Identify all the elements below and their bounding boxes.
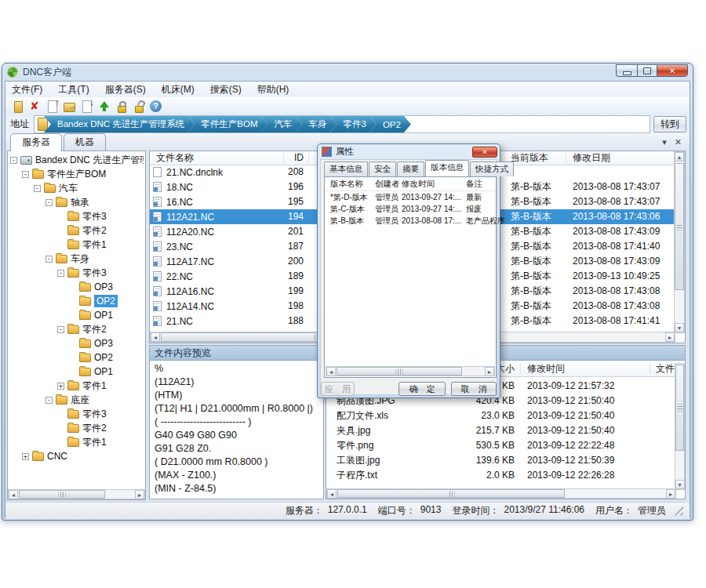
menu-item[interactable]: 服务器(S) bbox=[105, 83, 146, 96]
upload-icon[interactable] bbox=[96, 99, 112, 114]
tree-expander-icon[interactable]: + bbox=[57, 383, 64, 390]
scroll-left-icon[interactable]: ◂ bbox=[9, 490, 18, 499]
tree-expander-icon[interactable]: + bbox=[22, 453, 29, 460]
tree-node[interactable]: + CNC bbox=[8, 449, 144, 463]
tree-node[interactable]: OP3 bbox=[8, 336, 144, 350]
tree-node[interactable]: - Bandex DNC 先进生产管理系统 bbox=[8, 153, 144, 167]
tree-expander-icon[interactable] bbox=[69, 298, 76, 305]
go-button[interactable]: 转到 bbox=[653, 116, 686, 132]
dialog-tab-version-info[interactable]: 版本信息 bbox=[425, 160, 469, 176]
tree-node[interactable]: OP1 bbox=[8, 365, 144, 379]
file-list-vertical-scrollbar[interactable]: ▴ ▾ bbox=[674, 151, 685, 333]
menu-item[interactable]: 搜索(S) bbox=[210, 83, 242, 96]
tree-node[interactable]: 零件1 bbox=[8, 435, 144, 449]
tab-machine[interactable]: 机器 bbox=[64, 133, 106, 151]
column-modified-time[interactable]: 修改时间 bbox=[402, 179, 435, 190]
attachments-vertical-scrollbar[interactable]: ▾ bbox=[675, 363, 685, 490]
第-C-版本[interactable]: 第-C-版本 管理员 2013-09-27 14:... 报废 bbox=[325, 203, 496, 215]
scroll-right-icon[interactable]: ▸ bbox=[485, 367, 494, 376]
tree-node[interactable]: OP2 bbox=[8, 350, 144, 365]
column-modified-time[interactable]: 修改时间 bbox=[527, 362, 565, 375]
scroll-down-icon[interactable]: ▾ bbox=[675, 323, 684, 332]
tree-node[interactable]: - 零件2 bbox=[8, 322, 144, 336]
column-modified-date[interactable]: 修改日期 bbox=[573, 152, 610, 164]
tree-expander-icon[interactable]: - bbox=[34, 185, 41, 192]
scroll-right-icon[interactable]: ▸ bbox=[665, 332, 675, 342]
tree-expander-icon[interactable]: - bbox=[45, 256, 53, 263]
tree-node[interactable]: OP3 bbox=[8, 280, 144, 294]
dialog-title-bar[interactable]: 属性 ✕ bbox=[318, 144, 500, 159]
close-button[interactable]: ✕ bbox=[657, 64, 688, 77]
unlock-icon[interactable] bbox=[131, 99, 147, 114]
attachments-horizontal-scrollbar[interactable]: ◂ ▸ bbox=[326, 488, 676, 499]
menu-item[interactable]: 工具(T) bbox=[58, 83, 89, 96]
tree-expander-icon[interactable] bbox=[57, 425, 64, 432]
dialog-tab-shortcut[interactable]: 快捷方式 bbox=[470, 162, 514, 176]
tree-expander-icon[interactable]: - bbox=[45, 397, 53, 404]
tree-expander-icon[interactable]: - bbox=[57, 270, 64, 277]
tree-node[interactable]: - 汽车 bbox=[8, 181, 144, 195]
零件.png[interactable]: 零件.png 530.5 KB 2013-09-12 22:22:48 bbox=[326, 438, 675, 453]
scroll-right-icon[interactable]: ▸ bbox=[135, 490, 144, 499]
tree-expander-icon[interactable] bbox=[69, 284, 76, 291]
menu-item[interactable]: 文件(F) bbox=[12, 83, 42, 96]
column-note[interactable]: 备注 bbox=[466, 179, 482, 190]
dialog-tab-security[interactable]: 安全 bbox=[369, 162, 396, 176]
tree-expander-icon[interactable] bbox=[69, 312, 76, 319]
tree-node[interactable]: 零件2 bbox=[8, 223, 144, 238]
dialog-tab-summary[interactable]: 摘要 bbox=[397, 162, 424, 176]
send-folder-icon[interactable] bbox=[62, 99, 78, 114]
maximize-button[interactable] bbox=[637, 64, 657, 77]
tree-node[interactable]: - 零件生产BOM bbox=[8, 167, 144, 181]
help-icon[interactable] bbox=[148, 99, 164, 114]
tree-node[interactable]: - 底座 bbox=[8, 393, 144, 407]
breadcrumb-segment[interactable]: Bandex DNC 先进生产管理系统 bbox=[44, 116, 195, 132]
lock-icon[interactable] bbox=[114, 99, 129, 114]
tree-expander-icon[interactable] bbox=[57, 439, 64, 446]
tree-node[interactable]: - 零件3 bbox=[8, 266, 144, 280]
pane-close-icon[interactable]: ✕ bbox=[675, 137, 682, 147]
menu-item[interactable]: 帮助(H) bbox=[257, 83, 289, 96]
tree-expander-icon[interactable] bbox=[69, 354, 76, 361]
tree-expander-icon[interactable]: - bbox=[22, 171, 29, 178]
dialog-horizontal-scrollbar[interactable]: ◂ ▸ bbox=[326, 366, 495, 376]
tree-node[interactable]: - 轴承 bbox=[8, 195, 144, 209]
tree-node[interactable]: - 车身 bbox=[8, 252, 144, 266]
tab-server[interactable]: 服务器 bbox=[10, 133, 62, 151]
address-field[interactable]: Bandex DNC 先进生产管理系统零件生产BOM汽车车身零件3OP2 bbox=[34, 115, 650, 133]
scroll-left-icon[interactable]: ◂ bbox=[151, 332, 160, 342]
column-id[interactable]: ID bbox=[260, 152, 304, 164]
tree-node[interactable]: OP2 bbox=[8, 294, 144, 308]
dialog-tab-basic-info[interactable]: 基本信息 bbox=[324, 162, 368, 176]
tree-expander-icon[interactable] bbox=[57, 411, 64, 418]
夹具.jpg[interactable]: 夹具.jpg 215.7 KB 2013-09-12 21:50:40 bbox=[326, 423, 675, 438]
scroll-up-icon[interactable]: ▴ bbox=[675, 152, 684, 162]
tree-expander-icon[interactable]: - bbox=[10, 157, 17, 164]
dialog-close-button[interactable]: ✕ bbox=[472, 147, 497, 158]
cancel-button[interactable]: 取 消 bbox=[451, 382, 497, 396]
第-B-版本[interactable]: 第-B-版本 管理员 2013-08-08 17:... 老产品程序 bbox=[325, 215, 496, 227]
tree-expander-icon[interactable] bbox=[57, 241, 64, 249]
子程序.txt[interactable]: 子程序.txt 2.0 KB 2013-09-12 22:26:28 bbox=[326, 468, 675, 483]
delete-icon[interactable] bbox=[27, 99, 43, 114]
new-folder-icon[interactable] bbox=[10, 99, 26, 114]
tree-expander-icon[interactable] bbox=[69, 368, 76, 376]
tree-node[interactable]: 零件2 bbox=[8, 421, 144, 435]
title-bar[interactable]: DNC客户端 ✕ bbox=[2, 64, 693, 81]
tree-expander-icon[interactable] bbox=[57, 213, 64, 220]
column-creator[interactable]: 创建者 bbox=[375, 179, 400, 190]
menu-item[interactable]: 机床(M) bbox=[162, 83, 195, 96]
tree-node[interactable]: + 零件1 bbox=[8, 379, 144, 393]
工装图.jpg[interactable]: 工装图.jpg 139.6 KB 2013-09-12 21:50:39 bbox=[326, 453, 675, 468]
pane-dropdown-icon[interactable]: ▾ bbox=[662, 137, 667, 147]
ok-button[interactable]: 确 定 bbox=[398, 382, 446, 396]
tree-expander-icon[interactable] bbox=[69, 340, 76, 347]
tree-expander-icon[interactable]: - bbox=[57, 326, 64, 333]
tree-node[interactable]: OP1 bbox=[8, 308, 144, 322]
column-file-name[interactable]: 文件名称 bbox=[156, 152, 194, 164]
scroll-down-icon[interactable]: ▾ bbox=[675, 480, 685, 489]
breadcrumb-segment[interactable]: 零件生产BOM bbox=[187, 116, 267, 132]
resize-grip-icon[interactable] bbox=[674, 506, 683, 516]
checkin-file-icon[interactable] bbox=[45, 99, 60, 114]
tree-node[interactable]: 零件3 bbox=[8, 209, 144, 223]
